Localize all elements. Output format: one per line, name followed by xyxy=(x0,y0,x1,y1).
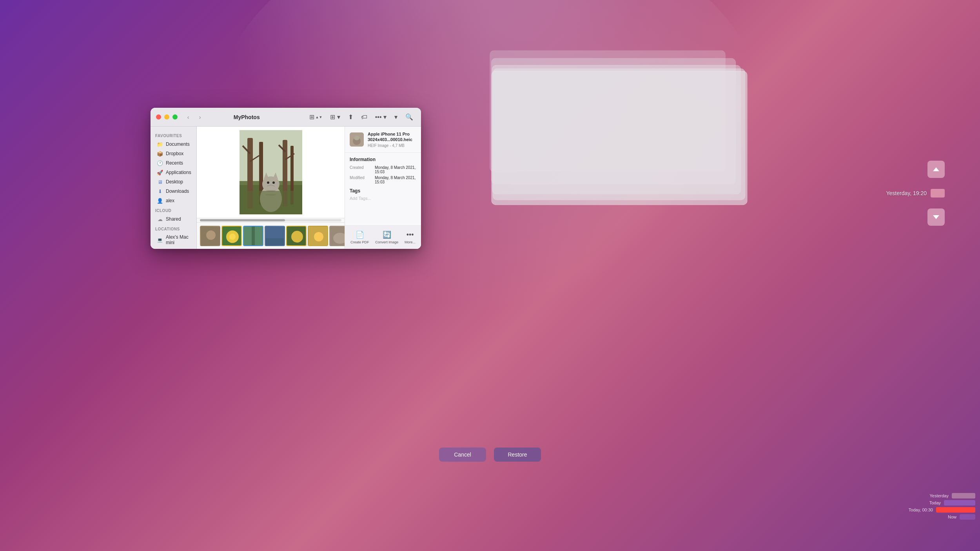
sidebar-item-mac-mini[interactable]: 💻 Alex's Mac mini xyxy=(152,233,195,247)
more-actions-icon: ••• xyxy=(407,231,414,239)
info-panel: Apple iPhone 11 Pro 3024x403...00010.hei… xyxy=(345,127,421,249)
sidebar-item-sd-card[interactable]: 💾 SD card xyxy=(152,247,195,249)
svg-point-34 xyxy=(314,232,323,241)
toolbar-right: ⊞▲▼ ⊞ ▾ ⬆ 🏷 ••• ▾ ▾ 🔍 xyxy=(307,112,416,122)
applications-icon: 🚀 xyxy=(157,169,163,176)
file-type-size: HEIF Image - 4,7 MB xyxy=(368,143,412,148)
convert-image-button[interactable]: 🔄 Convert Image xyxy=(373,229,401,246)
sidebar-item-applications[interactable]: 🚀 Applications xyxy=(152,168,195,177)
downloads-icon: ⬇ xyxy=(157,188,163,194)
ruler-now: Now xyxy=(948,514,980,520)
close-button[interactable] xyxy=(156,114,161,120)
thumb-4[interactable] xyxy=(265,226,285,246)
svg-point-32 xyxy=(291,231,303,243)
svg-marker-43 xyxy=(933,167,939,171)
view-toggle-button[interactable]: ⊞▲▼ xyxy=(307,112,325,122)
title-bar: ‹ › MyPhotos ⊞▲▼ ⊞ ▾ ⬆ 🏷 ••• ▾ ▾ 🔍 xyxy=(151,108,421,127)
sidebar-item-shared[interactable]: ☁ Shared xyxy=(152,214,195,224)
thumb-7[interactable] xyxy=(329,226,345,246)
svg-point-16 xyxy=(272,181,275,184)
convert-image-icon: 🔄 xyxy=(383,230,391,239)
thumbnail-strip xyxy=(197,222,345,249)
sort-button[interactable]: ▾ xyxy=(392,112,400,122)
time-down-button[interactable] xyxy=(927,208,945,226)
thumb-6[interactable] xyxy=(308,226,328,246)
cancel-button[interactable]: Cancel xyxy=(439,448,486,462)
dropbox-icon: 📦 xyxy=(157,150,163,157)
svg-point-23 xyxy=(206,230,216,240)
sidebar-item-alex[interactable]: 👤 alex xyxy=(152,196,195,205)
traffic-lights xyxy=(156,114,178,120)
create-pdf-button[interactable]: 📄 Create PDF xyxy=(348,229,372,246)
ruler-yesterday: Yesterday xyxy=(929,493,980,498)
svg-marker-44 xyxy=(933,215,939,219)
modified-row: Modified Monday, 8 March 2021, 15:03 xyxy=(345,175,421,185)
maximize-button[interactable] xyxy=(172,114,178,120)
yesterday-time-bar xyxy=(931,189,945,198)
thumbnail-scrollbar[interactable] xyxy=(200,219,341,221)
time-machine-panel: Yesterday, 19:20 xyxy=(886,161,945,226)
ruler-yesterday-bar xyxy=(952,493,975,498)
desktop-label: Desktop xyxy=(166,179,183,185)
ruler-yesterday-label: Yesterday xyxy=(929,493,949,498)
yesterday-time-label: Yesterday, 19:20 xyxy=(886,190,927,196)
chevron-up-icon xyxy=(932,165,940,173)
content-split: Apple iPhone 11 Pro 3024x403...00010.hei… xyxy=(197,127,421,249)
search-button[interactable]: 🔍 xyxy=(403,112,416,122)
sidebar-item-dropbox[interactable]: 📦 Dropbox xyxy=(152,149,195,158)
sidebar-item-recents[interactable]: 🕐 Recents xyxy=(152,158,195,168)
restore-button[interactable]: Restore xyxy=(494,448,541,462)
svg-point-42 xyxy=(354,136,359,140)
information-title: Information xyxy=(345,153,421,165)
time-up-button[interactable] xyxy=(927,161,945,178)
documents-label: Documents xyxy=(166,141,190,147)
shared-icon: ☁ xyxy=(157,216,163,222)
grid-view-button[interactable]: ⊞ ▾ xyxy=(328,112,342,122)
ruler-today: Today xyxy=(929,500,980,506)
ruler-today-time-bar xyxy=(936,507,975,513)
create-pdf-label: Create PDF xyxy=(350,240,369,244)
ruler-today-label: Today xyxy=(929,500,941,505)
add-tags-placeholder[interactable]: Add Tags... xyxy=(350,196,416,201)
dropbox-label: Dropbox xyxy=(166,151,183,156)
applications-label: Applications xyxy=(166,170,191,175)
minimize-button[interactable] xyxy=(164,114,169,120)
thumb-1[interactable] xyxy=(200,226,220,246)
modified-value: Monday, 8 March 2021, 15:03 xyxy=(375,176,416,184)
action-toolbar: 📄 Create PDF 🔄 Convert Image ••• More... xyxy=(345,225,421,249)
window-title: MyPhotos xyxy=(186,114,307,120)
preview-area xyxy=(197,127,345,249)
modified-label: Modified xyxy=(350,176,372,184)
tag-button[interactable]: 🏷 xyxy=(359,112,370,122)
tags-section: Tags Add Tags... xyxy=(345,185,421,204)
create-pdf-icon: 📄 xyxy=(356,230,364,239)
sidebar-item-desktop[interactable]: 🖥 Desktop xyxy=(152,177,195,187)
svg-rect-21 xyxy=(240,191,302,214)
sidebar-item-downloads[interactable]: ⬇ Downloads xyxy=(152,187,195,196)
ruler-today-time-label: Today, 00:30 xyxy=(909,508,933,512)
mac-mini-icon: 💻 xyxy=(157,237,163,243)
ruler-now-bar xyxy=(960,514,975,520)
thumb-3-active[interactable] xyxy=(243,226,263,246)
thumb-5[interactable] xyxy=(286,226,307,246)
main-photo-preview[interactable] xyxy=(197,127,345,218)
convert-image-label: Convert Image xyxy=(375,240,398,244)
more-button[interactable]: ••• ▾ xyxy=(373,112,389,122)
ruler-today-time: Today, 00:30 xyxy=(909,507,980,513)
alex-label: alex xyxy=(166,198,174,203)
file-device-name: Apple iPhone 11 Pro xyxy=(368,131,412,137)
sidebar-item-documents[interactable]: 📁 Documents xyxy=(152,140,195,149)
share-button[interactable]: ⬆ xyxy=(346,112,356,122)
ruler-today-bar xyxy=(944,500,975,506)
yesterday-time-entry: Yesterday, 19:20 xyxy=(886,189,945,198)
thumb-2[interactable] xyxy=(221,226,242,246)
locations-section-label: Locations xyxy=(151,224,196,233)
recents-icon: 🕐 xyxy=(157,160,163,166)
ruler-now-label: Now xyxy=(948,515,956,519)
svg-rect-28 xyxy=(252,227,255,246)
time-ruler: Yesterday Today Today, 00:30 Now xyxy=(862,493,980,520)
file-thumbnail xyxy=(350,132,364,147)
more-actions-button[interactable]: ••• More... xyxy=(402,229,418,246)
documents-icon: 📁 xyxy=(157,141,163,147)
finder-window: ‹ › MyPhotos ⊞▲▼ ⊞ ▾ ⬆ 🏷 ••• ▾ ▾ 🔍 Favou… xyxy=(151,108,421,249)
